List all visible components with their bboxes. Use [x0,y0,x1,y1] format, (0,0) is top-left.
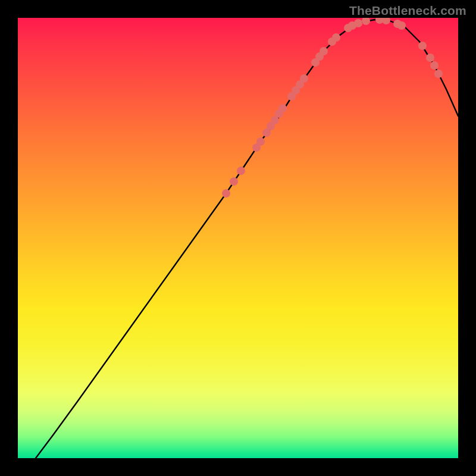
curve-path [36,20,458,458]
curve-line [36,20,458,458]
data-dot [397,21,406,30]
watermark-text: TheBottleneck.com [349,4,466,18]
data-dot [237,167,245,175]
data-dot [332,33,340,42]
data-dot [382,18,390,24]
data-dot [426,54,434,62]
data-dot [354,19,362,27]
data-dot [256,137,265,146]
chart-svg [18,18,458,458]
data-dot [230,177,238,186]
data-dots [222,18,443,198]
chart-plot-area [18,18,458,458]
data-dot [320,47,328,55]
chart-stage: TheBottleneck.com [0,0,476,476]
data-dot [362,18,370,25]
data-dot [430,61,439,70]
data-dot [434,70,443,78]
data-dot [278,104,287,112]
data-dot [222,189,230,198]
data-dot [300,74,308,83]
data-dot [418,42,427,50]
